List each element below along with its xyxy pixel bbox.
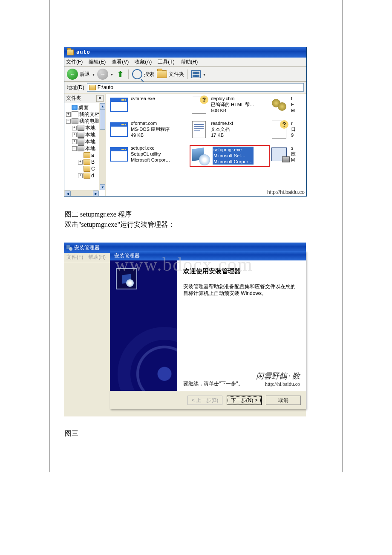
explorer-titlebar[interactable]: auto <box>64 47 306 58</box>
folder-icon <box>84 166 90 172</box>
file-type: F <box>291 101 295 107</box>
file-item-readme[interactable]: readme.txt 文本文档 17 KB <box>190 120 270 139</box>
file-name: oformat.com <box>131 120 170 126</box>
expand-icon[interactable]: + <box>66 112 71 117</box>
file-name: deploy.chm <box>211 95 254 101</box>
tree-local-2[interactable]: 本地 <box>85 131 95 138</box>
file-size: 17 KB <box>211 132 233 138</box>
views-icon <box>191 70 201 78</box>
back-button[interactable]: ← 后退 ▾ <box>67 69 95 80</box>
wizard-big-icon <box>116 268 137 289</box>
document-icon <box>72 111 78 117</box>
folders-pane: 文件夹 ✕ 桌面 +我的文档 −我的电脑 +本地 +本地 +本地 <box>64 94 106 196</box>
folder-tree[interactable]: 桌面 +我的文档 −我的电脑 +本地 +本地 +本地 −本地 a +B C +d <box>64 103 105 196</box>
exe-icon <box>110 98 128 112</box>
file-item-setupcl[interactable]: setupcl.exe SetupCL utility Microsoft Co… <box>110 145 190 167</box>
separator <box>187 69 188 79</box>
dropdown-icon[interactable]: ▾ <box>202 72 205 77</box>
address-label: 地址(D) <box>67 84 84 91</box>
horizontal-scrollbar[interactable]: ◀ ▶ <box>64 190 99 196</box>
address-input[interactable]: F:\auto <box>87 83 304 92</box>
separator <box>128 69 129 79</box>
file-name: readme.txt <box>211 120 233 126</box>
scroll-right-icon[interactable]: ▶ <box>93 191 99 196</box>
expand-icon[interactable]: + <box>72 126 77 130</box>
menu-file[interactable]: 文件(F) <box>66 58 83 66</box>
up-button[interactable]: ⬆ <box>115 69 125 79</box>
search-button[interactable]: 搜索 <box>132 69 154 79</box>
txt-icon <box>192 121 206 138</box>
files-pane[interactable]: cvtarea.exe deploy.chm 已编译的 HTML 帮… 508 … <box>106 94 306 196</box>
dropdown-icon[interactable]: ▾ <box>92 72 95 77</box>
menu-edit[interactable]: 编辑(E) <box>89 58 106 66</box>
explorer-toolbar: ← 后退 ▾ → ▾ ⬆ 搜索 <box>64 67 306 82</box>
tree-desktop[interactable]: 桌面 <box>78 104 89 111</box>
file-name: cvtarea.exe <box>131 95 155 101</box>
folders-icon <box>157 70 167 78</box>
vertical-scrollbar[interactable]: ▲ ▼ <box>99 103 105 190</box>
menu-tools[interactable]: 工具(T) <box>158 58 174 66</box>
collapse-icon[interactable]: − <box>72 146 77 151</box>
file-name: r <box>291 120 296 126</box>
bg-window-title: 安装管理器 <box>74 244 100 251</box>
forward-button[interactable]: → ▾ <box>97 69 113 80</box>
caption-figure-2: 图二 setupmgr.exe 程序 <box>65 209 343 220</box>
expand-icon[interactable]: + <box>72 139 77 144</box>
close-icon[interactable]: ✕ <box>96 95 104 102</box>
menu-view[interactable]: 查看(V) <box>112 58 129 66</box>
file-size: M <box>291 107 295 113</box>
explorer-window: auto 文件(F) 编辑(E) 查看(V) 收藏(A) 工具(T) 帮助(H)… <box>64 47 307 197</box>
tree-folder-b[interactable]: B <box>91 159 95 165</box>
scroll-thumb[interactable] <box>100 109 105 130</box>
file-item-cvtarea[interactable]: cvtarea.exe <box>110 95 190 114</box>
computer-icon <box>271 147 287 161</box>
expand-icon[interactable]: + <box>72 133 77 137</box>
file-size: 49 KB <box>131 132 170 138</box>
file-item-deploy[interactable]: deploy.chm 已编译的 HTML 帮… 508 KB <box>190 95 270 114</box>
folders-button[interactable]: 文件夹 <box>157 70 184 78</box>
signature-url: http://hi.baidu.co <box>256 381 300 387</box>
file-type: 文本文档 <box>211 126 233 132</box>
file-size: 9 <box>291 132 296 138</box>
tree-local-1[interactable]: 本地 <box>85 124 95 131</box>
wizard-titlebar[interactable]: 安装管理器 <box>110 251 306 260</box>
expand-icon[interactable]: + <box>78 173 83 178</box>
wizard-body-text: 安装管理器帮助您准备配置集和应答文件以在您的目标计算机上自动预安装 Window… <box>183 283 300 297</box>
next-button[interactable]: 下一步(N) > <box>227 396 262 405</box>
forward-icon: → <box>97 69 108 80</box>
folders-label: 文件夹 <box>169 71 184 78</box>
file-item-partial[interactable]: r 日 9 <box>270 120 302 139</box>
tree-local-3[interactable]: 本地 <box>85 138 95 145</box>
expand-icon[interactable]: + <box>78 160 83 165</box>
file-type: 应 <box>291 151 296 157</box>
scroll-down-icon[interactable]: ▼ <box>100 184 105 190</box>
exe-icon <box>110 147 128 162</box>
cancel-button[interactable]: 取消 <box>266 396 301 405</box>
chm-icon <box>272 121 286 139</box>
setupmgr-icon <box>66 245 72 251</box>
menu-help[interactable]: 帮助(H) <box>181 58 198 66</box>
file-item-oformat[interactable]: oformat.com MS-DOS 应用程序 49 KB <box>110 120 190 139</box>
file-type: 已编译的 HTML 帮… <box>211 101 254 107</box>
views-button[interactable]: ▾ <box>191 70 205 78</box>
menu-favorites[interactable]: 收藏(A) <box>135 58 152 66</box>
tree-folder-d[interactable]: d <box>91 172 94 179</box>
file-item-partial[interactable]: f F M <box>270 95 302 114</box>
tree-folder-c[interactable]: C <box>91 165 95 172</box>
file-item-setupmgr-selected[interactable]: setupmgr.exe Microsoft Set… Microsoft Co… <box>190 145 270 167</box>
setupmgr-background-window: 安装管理器 文件(F) 帮助(H) www.bdocx.com 安装管理器 <box>64 243 306 416</box>
drive-icon <box>78 139 84 145</box>
scroll-up-icon[interactable]: ▲ <box>100 103 105 109</box>
file-type: MS-DOS 应用程序 <box>131 126 170 132</box>
folders-pane-title: 文件夹 <box>66 95 81 102</box>
collapse-icon[interactable]: − <box>66 119 71 124</box>
tree-mydocs[interactable]: 我的文档 <box>79 111 100 118</box>
gear-icon <box>272 99 286 111</box>
file-item-partial[interactable]: s 应 M <box>270 145 302 167</box>
tree-local-4[interactable]: 本地 <box>85 145 95 152</box>
caption-figure-3: 图三 <box>49 416 343 438</box>
dropdown-icon[interactable]: ▾ <box>110 72 113 77</box>
scroll-left-icon[interactable]: ◀ <box>65 191 71 196</box>
tree-mycomputer[interactable]: 我的电脑 <box>79 118 100 124</box>
tree-folder-a[interactable]: a <box>91 152 94 159</box>
